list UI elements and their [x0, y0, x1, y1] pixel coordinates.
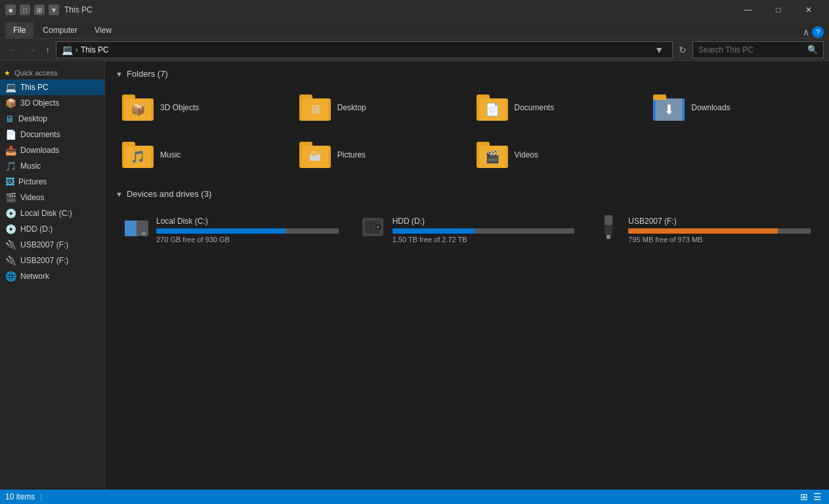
svg-rect-2	[142, 232, 146, 235]
minimize-button[interactable]: —	[733, 0, 763, 20]
drive-localdisk-info: Local Disk (C:) 270 GB free of 930 GB	[156, 217, 339, 243]
folder-3dobjects[interactable]: 📦 3D Objects	[116, 87, 287, 129]
sidebar-item-3dobjects[interactable]: 📦 3D Objects	[0, 95, 104, 111]
sidebar-item-pictures-label: Pictures	[18, 177, 47, 186]
drive-hdd-name: HDD (D:)	[393, 217, 575, 226]
videos-icon: 🎬	[5, 192, 16, 203]
folder-videos[interactable]: 🎬 Videos	[470, 134, 642, 176]
drive-localdisk-name: Local Disk (C:)	[156, 217, 339, 226]
drive-localdisk-bar	[156, 228, 286, 234]
address-path[interactable]: 💻 › This PC ▼	[56, 41, 673, 58]
quick-access-header: ★ Quick access	[0, 64, 104, 79]
folder-desktop[interactable]: 🖥 Desktop	[293, 87, 465, 129]
search-input[interactable]	[698, 45, 805, 54]
quick-access-label: Quick access	[14, 69, 57, 77]
drive-usb-bar-wrap	[628, 228, 811, 234]
sidebar-item-documents-label: Documents	[20, 130, 60, 139]
sidebar-item-downloads[interactable]: 📥 Downloads	[0, 142, 104, 158]
downloads-icon: 📥	[5, 145, 16, 156]
folder-pictures-icon: 🏔	[299, 139, 331, 171]
refresh-button[interactable]: ↻	[675, 43, 690, 56]
drive-usb-free: 795 MB free of 973 MB	[628, 236, 811, 243]
ribbon: File Computer View ∧ ?	[0, 20, 829, 39]
hdd-icon: 💿	[5, 224, 16, 234]
sidebar-item-music[interactable]: 🎵 Music	[0, 158, 104, 174]
sidebar-item-desktop[interactable]: 🖥 Desktop	[0, 111, 104, 127]
view-list-button[interactable]: ☰	[811, 491, 824, 503]
drive-usb[interactable]: USB2007 (F:) 795 MB free of 973 MB	[587, 207, 818, 253]
sidebar-item-documents[interactable]: 📄 Documents	[0, 127, 104, 142]
3dobjects-icon: 📦	[5, 98, 16, 108]
tab-file[interactable]: File	[5, 22, 33, 38]
maximize-button[interactable]: □	[763, 0, 794, 20]
tab-view[interactable]: View	[87, 22, 119, 38]
drive-localdisk-icon	[123, 214, 150, 246]
view-grid-button[interactable]: ⊞	[798, 491, 810, 503]
back-button[interactable]: ←	[5, 43, 21, 56]
usb2-icon: 🔌	[5, 255, 16, 266]
folder-pictures-label: Pictures	[337, 150, 366, 159]
sidebar-item-hdd-label: HDD (D:)	[20, 224, 53, 234]
forward-button[interactable]: →	[24, 43, 39, 56]
sidebar-item-thispc[interactable]: 💻 This PC	[0, 79, 104, 95]
status-divider: |	[40, 492, 42, 501]
help-button[interactable]: ?	[812, 26, 824, 38]
drive-hdd[interactable]: HDD (D:) 1.50 TB free of 2.72 TB	[352, 207, 583, 253]
sidebar-item-network[interactable]: 🌐 Network	[0, 268, 104, 284]
drive-localdisk[interactable]: Local Disk (C:) 270 GB free of 930 GB	[116, 207, 347, 253]
status-bar: 10 items | ⊞ ☰	[0, 490, 829, 504]
app-icon2: □	[20, 5, 30, 15]
sidebar-item-hdd[interactable]: 💿 HDD (D:)	[0, 221, 104, 237]
drive-usb-icon	[595, 214, 622, 246]
drive-hdd-bar	[393, 228, 475, 234]
sidebar-item-videos-label: Videos	[20, 193, 44, 202]
search-box[interactable]: 🔍	[692, 41, 824, 58]
drives-toggle[interactable]: ▼	[116, 190, 123, 198]
svg-rect-9	[606, 235, 610, 239]
network-icon: 🌐	[5, 271, 16, 282]
app-icon: ■	[5, 5, 16, 15]
documents-icon: 📄	[5, 129, 16, 140]
star-icon: ★	[4, 69, 11, 77]
close-button[interactable]: ✕	[794, 0, 824, 20]
folder-downloads[interactable]: ⬇ Downloads	[647, 87, 818, 129]
folders-toggle[interactable]: ▼	[116, 70, 123, 78]
path-dropdown-button[interactable]: ▼	[651, 43, 667, 56]
drive-usb-info: USB2007 (F:) 795 MB free of 973 MB	[628, 217, 811, 243]
sidebar-item-videos[interactable]: 🎬 Videos	[0, 190, 104, 205]
window-title: This PC	[64, 5, 728, 14]
folder-music[interactable]: 🎵 Music	[116, 134, 287, 176]
content-area: ▼ Folders (7) 📦 3D Objects 🖥 Desktop	[105, 61, 829, 490]
svg-point-6	[377, 226, 379, 228]
drives-grid: Local Disk (C:) 270 GB free of 930 GB	[116, 207, 818, 253]
drives-section-header: ▼ Devices and drives (3)	[116, 189, 818, 199]
drive-hdd-icon	[360, 214, 386, 246]
sidebar-item-usb2[interactable]: 🔌 USB2007 (F:)	[0, 253, 104, 268]
folder-music-icon: 🎵	[122, 139, 154, 171]
sidebar-item-music-label: Music	[20, 161, 41, 171]
drive-hdd-bar-wrap	[393, 228, 575, 234]
sidebar-item-localdisk-label: Local Disk (C:)	[20, 209, 72, 218]
folder-downloads-icon: ⬇	[653, 92, 685, 123]
title-bar-icons: ■ □ ⊞ ▼	[5, 5, 59, 15]
up-button[interactable]: ↑	[42, 43, 53, 56]
view-buttons: ⊞ ☰	[798, 491, 824, 503]
folder-pictures[interactable]: 🏔 Pictures	[293, 134, 465, 176]
sidebar-item-downloads-label: Downloads	[20, 146, 59, 155]
search-icon: 🔍	[807, 45, 818, 54]
drive-usb-bar	[628, 228, 778, 234]
folders-section-header: ▼ Folders (7)	[116, 69, 818, 79]
sidebar-item-usb2-label: USB2007 (F:)	[20, 256, 68, 265]
sidebar-item-pictures[interactable]: 🖼 Pictures	[0, 174, 104, 190]
sidebar-item-thispc-label: This PC	[20, 83, 49, 92]
ribbon-expand: ∧ ?	[803, 26, 824, 38]
ribbon-collapse-button[interactable]: ∧	[803, 27, 809, 37]
localdisk-icon: 💿	[5, 208, 16, 219]
sidebar-item-localdisk[interactable]: 💿 Local Disk (C:)	[0, 205, 104, 221]
ribbon-tabs: File Computer View ∧ ?	[0, 20, 829, 38]
sidebar-item-usb1[interactable]: 🔌 USB2007 (F:)	[0, 237, 104, 253]
tab-computer[interactable]: Computer	[35, 22, 85, 38]
folders-grid: 📦 3D Objects 🖥 Desktop 📄 Documents	[116, 87, 818, 176]
folder-documents[interactable]: 📄 Documents	[470, 87, 642, 129]
path-segment: This PC	[81, 45, 109, 54]
